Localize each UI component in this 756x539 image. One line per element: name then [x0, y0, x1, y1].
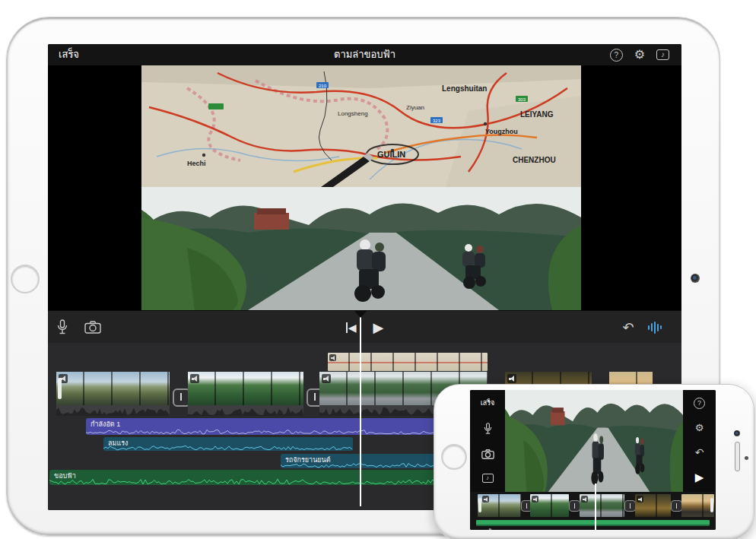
map-label-leiyang: LEIYANG — [520, 110, 554, 119]
play-icon[interactable]: ▶ — [373, 321, 383, 334]
road-badge: 210 — [319, 84, 327, 88]
muted-icon — [190, 374, 199, 383]
gear-icon[interactable]: ⚙ — [634, 49, 645, 61]
muted-icon — [507, 374, 516, 383]
map-label-ziyuan: Ziyuan — [406, 104, 424, 111]
clip-green-mountains[interactable] — [188, 372, 303, 416]
preview-viewer: 210 323 303 Hechi Longsheng Ziyuan Lengs… — [48, 65, 681, 310]
map-label-yougzhou: Yougzhou — [485, 128, 518, 135]
skip-to-start-icon[interactable]: ◀ — [346, 322, 357, 333]
clip-great-wall[interactable] — [478, 494, 521, 517]
mic-icon[interactable] — [484, 423, 492, 435]
play-icon[interactable]: ▶ — [695, 471, 704, 483]
clip-green-mountains[interactable] — [530, 494, 569, 517]
muted-icon — [482, 496, 489, 503]
gear-icon[interactable]: ⚙ — [695, 423, 704, 433]
navbar-actions: ? ⚙ ♪ — [610, 44, 669, 65]
clip-sunset-lake[interactable] — [681, 494, 714, 517]
done-button[interactable]: เสร็จ — [481, 398, 495, 408]
iphone-home-button[interactable] — [441, 444, 467, 470]
ipad-front-camera — [691, 274, 700, 283]
muted-icon — [637, 496, 643, 503]
project-title: ตามล่าขอบฟ้า — [48, 44, 681, 65]
undo-icon[interactable]: ↶ — [695, 447, 704, 458]
road-badge: 323 — [433, 119, 441, 123]
playhead-marker — [354, 311, 367, 318]
music-track-bar[interactable] — [476, 520, 710, 526]
iphone-playhead[interactable] — [595, 484, 596, 530]
trim-handle[interactable] — [478, 498, 481, 512]
undo-icon[interactable]: ↶ — [622, 319, 634, 336]
video-preview-image — [141, 187, 581, 310]
music-track-label: ขอบฟ้า — [478, 527, 494, 530]
clip-great-wall[interactable] — [56, 372, 170, 416]
transition-button[interactable] — [671, 500, 682, 512]
map-label-hechi: Hechi — [187, 160, 206, 167]
road-badge: 303 — [518, 97, 526, 102]
trim-handle[interactable] — [710, 498, 713, 512]
transition-button[interactable] — [624, 500, 636, 512]
marketing-canvas: เสร็จ ตามล่าขอบฟ้า ? ⚙ ♪ — [0, 0, 756, 539]
help-icon[interactable]: ? — [694, 398, 705, 409]
iphone-preview-viewer — [505, 390, 683, 492]
ipad-home-button[interactable] — [11, 265, 40, 293]
iphone-timeline[interactable]: ขอบฟ้า — [470, 492, 716, 530]
trim-handle[interactable] — [58, 378, 62, 399]
muted-icon — [322, 374, 331, 383]
map-label-guilin: GUILIN — [377, 150, 405, 159]
map-label-longsheng: Longsheng — [338, 110, 368, 117]
audio-waveform-toggle-icon[interactable] — [648, 322, 662, 334]
muted-icon — [581, 496, 588, 503]
viewer-content: 210 323 303 Hechi Longsheng Ziyuan Lengs… — [141, 65, 581, 310]
audio-track-voiceover[interactable]: กำลังอัด 1 — [86, 418, 478, 435]
clip-motorcycles[interactable] — [580, 494, 624, 517]
clip-autumn-forest[interactable] — [635, 494, 671, 517]
audio-track-theme-music[interactable]: ขอบฟ้า — [49, 470, 480, 485]
iphone-device-frame: เสร็จ ♪ ? ⚙ ↶ — [434, 384, 754, 539]
playhead[interactable] — [360, 316, 361, 506]
iphone-screen: เสร็จ ♪ ? ⚙ ↶ — [470, 390, 716, 530]
transition-button[interactable] — [569, 500, 580, 512]
map-label-lengshuitan: Lengshuitan — [442, 84, 487, 93]
iphone-right-toolbar: ? ⚙ ↶ ▶ — [683, 390, 716, 492]
iphone-front-camera — [734, 430, 740, 436]
toolbar-right: ↶ — [622, 311, 662, 344]
media-library-icon[interactable]: ♪ — [482, 474, 494, 483]
map-cutaway-image: 210 323 303 Hechi Longsheng Ziyuan Lengs… — [141, 65, 581, 187]
help-icon[interactable]: ? — [610, 49, 623, 62]
map-label-chenzhou: CHENZHOU — [513, 156, 556, 164]
iphone-earpiece — [735, 442, 740, 471]
cutaway-map-clip[interactable] — [328, 353, 488, 371]
media-library-icon[interactable]: ♪ — [656, 49, 669, 60]
camera-icon[interactable] — [481, 449, 494, 459]
muted-icon — [329, 354, 336, 361]
iphone-left-toolbar: เสร็จ ♪ — [470, 390, 505, 492]
iphone-sensor — [745, 456, 748, 460]
muted-icon — [532, 496, 538, 503]
imovie-navbar: เสร็จ ตามล่าขอบฟ้า ? ⚙ ♪ — [48, 44, 681, 66]
audio-track-wind[interactable]: ลมแรง — [103, 437, 353, 451]
